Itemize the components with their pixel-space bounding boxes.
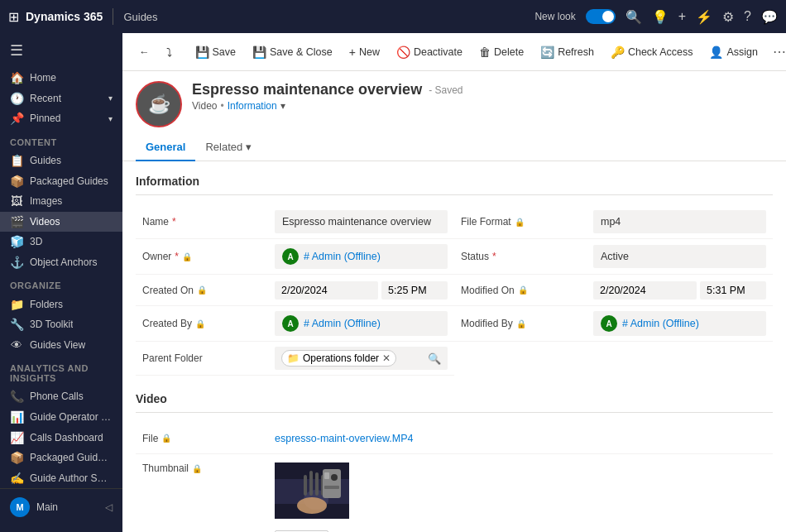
breadcrumb-part2[interactable]: Information xyxy=(228,100,277,112)
sidebar-item-calls-dashboard[interactable]: 📈 Calls Dashboard xyxy=(0,427,122,448)
refresh-button[interactable]: 🔄 Refresh xyxy=(534,41,601,63)
search-icon[interactable]: 🔍 xyxy=(625,9,642,25)
module-name: Guides xyxy=(123,11,157,23)
help-icon[interactable]: ? xyxy=(744,9,751,24)
hamburger-menu[interactable]: ☰ xyxy=(0,33,122,68)
anchor-icon: ⚓ xyxy=(10,256,23,269)
sidebar-item-label: Packaged Guides Op... xyxy=(30,452,113,463)
main-label: Main xyxy=(36,501,58,513)
forward-icon: ⤵ xyxy=(166,46,172,59)
record-saved-status: - Saved xyxy=(429,84,462,96)
sidebar-item-home[interactable]: 🏠 Home xyxy=(0,68,122,89)
check-access-button[interactable]: 🔑 Check Access xyxy=(604,41,700,63)
forward-button[interactable]: ⤵ xyxy=(160,41,179,63)
svg-rect-4 xyxy=(309,471,313,496)
thumbnail-field-row: Thumbnail 🔒 xyxy=(136,454,773,532)
analytics-section-header: Analytics and Insights xyxy=(0,355,122,386)
main-expand-icon: ◁ xyxy=(105,501,113,513)
created-on-label: Created On 🔒 xyxy=(142,285,275,296)
owner-value[interactable]: A # Admin (Offline) xyxy=(275,244,448,269)
content-area: ← ⤵ 💾 Save 💾 Save & Close + New 🚫 Deacti… xyxy=(122,33,786,532)
filter-icon[interactable]: ⚡ xyxy=(696,9,712,25)
folder-name: Operations folder xyxy=(303,352,379,364)
created-on-value: 2/20/2024 5:25 PM xyxy=(275,281,448,300)
sidebar-item-guide-operator[interactable]: 📊 Guide Operator Sessi... xyxy=(0,407,122,428)
folder-search-icon[interactable]: 🔍 xyxy=(428,352,441,365)
new-look-toggle[interactable] xyxy=(586,9,616,24)
chat-icon[interactable]: 💬 xyxy=(761,9,778,25)
sidebar-item-3d-toolkit[interactable]: 🔧 3D Toolkit xyxy=(0,314,122,335)
sidebar-item-object-anchors[interactable]: ⚓ Object Anchors xyxy=(0,252,122,273)
record-avatar: ☕ xyxy=(136,81,182,127)
pin-icon: 📌 xyxy=(10,112,23,125)
name-required: * xyxy=(172,216,176,228)
deactivate-icon: 🚫 xyxy=(396,46,410,59)
sidebar: ☰ 🏠 Home 🕐 Recent ▾ 📌 Pinned ▾ Content 📋… xyxy=(0,33,122,532)
deactivate-button[interactable]: 🚫 Deactivate xyxy=(390,41,469,63)
sidebar-item-label: Packaged Guides xyxy=(30,175,108,187)
owner-avatar: A xyxy=(282,248,299,265)
svg-rect-3 xyxy=(304,475,307,496)
folders-icon: 📁 xyxy=(10,298,23,311)
remove-folder-button[interactable]: ✕ xyxy=(382,352,391,364)
assign-button[interactable]: 👤 Assign xyxy=(702,41,764,63)
sidebar-item-guides-view[interactable]: 👁 Guides View xyxy=(0,335,122,356)
save-close-label: Save & Close xyxy=(270,46,333,58)
more-button[interactable]: ⋯ xyxy=(768,40,786,64)
breadcrumb-dropdown-icon[interactable]: ▾ xyxy=(280,100,285,112)
sidebar-item-label: Object Anchors xyxy=(30,256,97,268)
delete-button[interactable]: 🗑 Delete xyxy=(472,41,530,63)
video-section-title: Video xyxy=(136,392,773,413)
folder-tag: 📁 Operations folder ✕ xyxy=(281,350,396,367)
settings-icon[interactable]: ⚙ xyxy=(722,9,734,25)
app-brand: Dynamics 365 xyxy=(26,10,103,23)
delete-label: Delete xyxy=(494,46,524,58)
save-close-button[interactable]: 💾 Save & Close xyxy=(246,41,339,63)
modified-by-link[interactable]: # Admin (Offline) xyxy=(622,318,699,329)
open-button-container: Open xyxy=(275,524,766,532)
sidebar-item-packaged-guides[interactable]: 📦 Packaged Guides xyxy=(0,170,122,191)
author-icon: ✍ xyxy=(10,472,23,485)
top-navigation: ⊞ Dynamics 365 Guides New look 🔍 💡 + ⚡ ⚙… xyxy=(0,0,786,33)
lock-icon: 🔒 xyxy=(197,285,207,295)
save-button[interactable]: 💾 Save xyxy=(189,41,243,63)
plus-icon[interactable]: + xyxy=(678,9,686,24)
created-by-link[interactable]: # Admin (Offline) xyxy=(304,318,381,329)
back-button[interactable]: ← xyxy=(132,42,156,62)
sidebar-item-guides[interactable]: 📋 Guides xyxy=(0,151,122,171)
sidebar-item-3d[interactable]: 🧊 3D xyxy=(0,232,122,252)
status-required: * xyxy=(492,251,496,262)
refresh-label: Refresh xyxy=(558,46,594,58)
owner-link[interactable]: # Admin (Offline) xyxy=(304,251,381,262)
packaged-guides-icon: 📦 xyxy=(10,175,23,188)
tab-general[interactable]: General xyxy=(136,134,195,161)
tab-related[interactable]: Related ▾ xyxy=(195,134,261,161)
name-value[interactable]: Espresso maintenance overview xyxy=(275,210,448,233)
svg-rect-5 xyxy=(315,472,319,496)
sidebar-item-images[interactable]: 🖼 Images xyxy=(0,191,122,212)
sidebar-item-label: Guide Author Sessions xyxy=(30,472,113,484)
sidebar-item-label: Guides xyxy=(30,155,61,166)
status-value: Active xyxy=(593,245,766,268)
svg-rect-11 xyxy=(324,486,339,489)
deactivate-label: Deactivate xyxy=(414,46,462,58)
lock-icon: 🔒 xyxy=(182,252,192,261)
file-link[interactable]: espresso-maint-overview.MP4 xyxy=(275,433,766,444)
record-header: ☕ Espresso maintenance overview - Saved … xyxy=(122,71,786,127)
new-button[interactable]: + New xyxy=(343,41,386,63)
sidebar-item-recent[interactable]: 🕐 Recent ▾ xyxy=(0,89,122,109)
sidebar-item-videos[interactable]: 🎬 Videos xyxy=(0,212,122,232)
new-label: New xyxy=(359,46,380,58)
record-title: Espresso maintenance overview - Saved xyxy=(192,81,773,98)
sidebar-item-pinned[interactable]: 📌 Pinned ▾ xyxy=(0,108,122,129)
sidebar-item-folders[interactable]: 📁 Folders xyxy=(0,294,122,314)
name-label: Name * xyxy=(142,216,275,228)
record-info: Espresso maintenance overview - Saved Vi… xyxy=(192,81,773,112)
lock-icon: 🔒 xyxy=(192,464,202,473)
modified-on-field-row: Modified On 🔒 2/20/2024 5:31 PM xyxy=(454,275,773,306)
sidebar-item-packaged-guides-op[interactable]: 📦 Packaged Guides Op... xyxy=(0,448,122,468)
lightbulb-icon[interactable]: 💡 xyxy=(652,9,669,25)
sidebar-item-guide-author[interactable]: ✍ Guide Author Sessions xyxy=(0,468,122,489)
sidebar-item-phone-calls[interactable]: 📞 Phone Calls xyxy=(0,386,122,407)
3d-icon: 🧊 xyxy=(10,235,23,248)
